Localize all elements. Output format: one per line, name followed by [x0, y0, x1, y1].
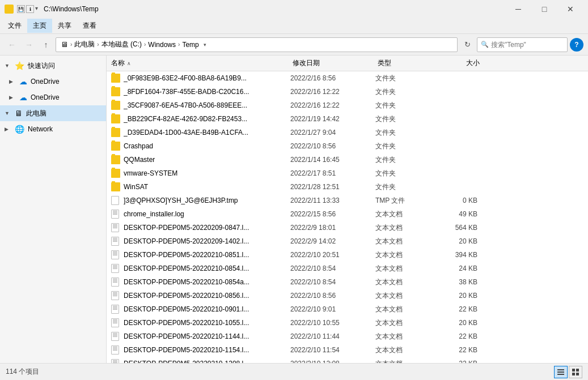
- menu-share[interactable]: 共享: [52, 19, 77, 33]
- table-row[interactable]: _8FDF1604-738F-455E-BADB-C20C16... 2022/…: [107, 85, 588, 99]
- file-size: 564 KB: [432, 224, 477, 232]
- title-bar-left: 💾 ℹ ▾ C:\Windows\Temp: [5, 5, 99, 14]
- table-row[interactable]: DESKTOP-PDEP0M5-20220210-0851.l... 2022/…: [107, 248, 588, 262]
- table-row[interactable]: DESKTOP-PDEP0M5-20220210-1154.l... 2022/…: [107, 343, 588, 357]
- table-row[interactable]: WinSAT 2022/1/28 12:51 文件夹: [107, 180, 588, 194]
- table-row[interactable]: Crashpad 2022/2/10 8:56 文件夹: [107, 139, 588, 153]
- file-name: _D39EDAD4-1D00-43AE-B49B-A1CFA...: [124, 129, 290, 136]
- title-bar-controls: ─ □ ✕: [505, 0, 583, 18]
- quick-save-btn[interactable]: 💾: [17, 5, 25, 13]
- close-button[interactable]: ✕: [557, 0, 583, 18]
- view-large-button[interactable]: [569, 366, 582, 378]
- file-size: 22 KB: [432, 360, 477, 363]
- sidebar-item-quick-access[interactable]: ▼ ⭐ 快速访问: [0, 58, 106, 74]
- folder-icon-titlebar: [5, 5, 14, 14]
- col-header-type[interactable]: 类型: [378, 58, 434, 68]
- view-details-button[interactable]: [554, 366, 568, 378]
- table-row[interactable]: DESKTOP-PDEP0M5-20220209-1402.l... 2022/…: [107, 234, 588, 248]
- network-label: Network: [28, 125, 101, 133]
- onedrive1-label: OneDrive: [31, 78, 101, 86]
- file-name: DESKTOP-PDEP0M5-20220210-0854a...: [124, 278, 290, 286]
- onedrive2-icon: ☁: [19, 93, 27, 102]
- sidebar-item-onedrive2[interactable]: ▶ ☁ OneDrive: [0, 89, 106, 105]
- up-button[interactable]: ↑: [39, 37, 53, 52]
- path-temp[interactable]: Temp: [182, 41, 198, 49]
- txt-icon: [111, 305, 119, 314]
- sidebar: ▼ ⭐ 快速访问 ▶ ☁ OneDrive ▶ ☁ OneDrive ▼ 🖥 此…: [0, 55, 107, 363]
- file-date: 2022/2/17 8:51: [290, 169, 375, 177]
- file-date: 2022/2/9 14:02: [290, 237, 375, 245]
- file-size: 20 KB: [432, 292, 477, 300]
- txt-icon: [111, 345, 119, 355]
- table-row[interactable]: DESKTOP-PDEP0M5-20220210-1144.l... 2022/…: [107, 330, 588, 343]
- table-row[interactable]: QQMaster 2022/1/14 16:45 文件夹: [107, 153, 588, 166]
- address-path[interactable]: 🖥 › 此电脑 › 本地磁盘 (C:) › Windows › Temp ▾: [56, 37, 458, 52]
- path-windows[interactable]: Windows: [148, 41, 176, 49]
- title-bar: 💾 ℹ ▾ C:\Windows\Temp ─ □ ✕: [0, 0, 588, 18]
- maximize-button[interactable]: □: [531, 0, 557, 18]
- file-date: 2022/2/10 8:54: [290, 264, 375, 272]
- table-row[interactable]: DESKTOP-PDEP0M5-20220210-0856.l... 2022/…: [107, 289, 588, 302]
- table-row[interactable]: DESKTOP-PDEP0M5-20220210-0901.l... 2022/…: [107, 302, 588, 316]
- sidebar-item-this-pc[interactable]: ▼ 🖥 此电脑: [0, 105, 106, 121]
- table-row[interactable]: _35CF9087-6EA5-47B0-A506-889EEE... 2022/…: [107, 99, 588, 112]
- menu-home[interactable]: 主页: [27, 19, 52, 33]
- table-row[interactable]: _BB229CF4-82AE-4262-9D82-FB2453... 2022/…: [107, 112, 588, 126]
- onedrive1-icon: ☁: [19, 77, 27, 86]
- file-name: DESKTOP-PDEP0M5-20220210-1208.l...: [124, 360, 290, 363]
- col-header-date[interactable]: 修改日期: [293, 58, 378, 68]
- txt-icon: [111, 277, 119, 287]
- quick-access-chevron: ▼: [5, 63, 11, 69]
- svg-rect-5: [572, 373, 575, 375]
- refresh-button[interactable]: ↻: [460, 37, 475, 52]
- file-date: 2022/2/10 12:08: [290, 360, 375, 363]
- file-date: 2022/2/10 10:55: [290, 319, 375, 327]
- file-name: DESKTOP-PDEP0M5-20220210-1154.l...: [124, 346, 290, 354]
- table-row[interactable]: DESKTOP-PDEP0M5-20220210-0854.l... 2022/…: [107, 262, 588, 275]
- svg-rect-2: [557, 374, 564, 375]
- file-date: 2022/2/10 9:01: [290, 305, 375, 313]
- table-row[interactable]: chrome_installer.log 2022/2/15 8:56 文本文档…: [107, 207, 588, 221]
- table-row[interactable]: _0F983E9B-63E2-4F00-8BA8-6A19B9... 2022/…: [107, 71, 588, 85]
- search-box[interactable]: 🔍: [477, 37, 568, 52]
- table-row[interactable]: vmware-SYSTEM 2022/2/17 8:51 文件夹: [107, 166, 588, 180]
- file-date: 2022/2/16 8:56: [290, 74, 375, 82]
- table-row[interactable]: DESKTOP-PDEP0M5-20220210-1055.l... 2022/…: [107, 316, 588, 330]
- file-date: 2022/1/14 16:45: [290, 156, 375, 164]
- file-date: 2022/2/10 20:51: [290, 251, 375, 259]
- quick-prop-btn[interactable]: ℹ: [26, 5, 34, 13]
- file-date: 2022/2/10 11:54: [290, 346, 375, 354]
- col-header-size[interactable]: 大小: [434, 58, 480, 68]
- table-row[interactable]: DESKTOP-PDEP0M5-20220210-1208.l... 2022/…: [107, 357, 588, 363]
- status-bar: 114 个项目: [0, 363, 588, 380]
- table-row[interactable]: ]3@QPHXSO]YSH_JG@6EJH3P.tmp 2022/2/11 13…: [107, 194, 588, 207]
- folder-icon: [111, 74, 120, 83]
- table-row[interactable]: DESKTOP-PDEP0M5-20220209-0847.l... 2022/…: [107, 221, 588, 234]
- table-row[interactable]: _D39EDAD4-1D00-43AE-B49B-A1CFA... 2022/1…: [107, 126, 588, 139]
- path-this-pc[interactable]: 此电脑: [74, 40, 95, 49]
- file-date: 2022/2/10 8:56: [290, 292, 375, 300]
- file-name: ]3@QPHXSO]YSH_JG@6EJH3P.tmp: [124, 197, 290, 204]
- view-buttons: [554, 366, 582, 378]
- path-c-drive[interactable]: 本地磁盘 (C:): [101, 40, 142, 49]
- forward-button[interactable]: →: [22, 37, 36, 52]
- file-date: 2022/2/15 8:56: [290, 210, 375, 218]
- menu-file[interactable]: 文件: [2, 19, 27, 33]
- path-dropdown-arrow[interactable]: ▾: [204, 42, 206, 48]
- col-header-name[interactable]: 名称 ∧: [111, 58, 293, 68]
- quick-dropdown[interactable]: ▾: [35, 5, 38, 13]
- back-button[interactable]: ←: [5, 37, 19, 52]
- folder-icon: [111, 101, 120, 110]
- menu-view[interactable]: 查看: [77, 19, 102, 33]
- txt-icon: [111, 332, 119, 341]
- file-type: 文件夹: [375, 155, 432, 165]
- minimize-button[interactable]: ─: [505, 0, 531, 18]
- sidebar-item-onedrive1[interactable]: ▶ ☁ OneDrive: [0, 74, 106, 89]
- table-row[interactable]: DESKTOP-PDEP0M5-20220210-0854a... 2022/2…: [107, 275, 588, 289]
- svg-rect-3: [572, 369, 575, 372]
- sidebar-item-network[interactable]: ▶ 🌐 Network: [0, 121, 106, 137]
- title-text: C:\Windows\Temp: [44, 5, 99, 13]
- search-input[interactable]: [491, 41, 564, 49]
- help-button[interactable]: ?: [570, 38, 583, 52]
- file-type: 文本文档: [375, 305, 432, 314]
